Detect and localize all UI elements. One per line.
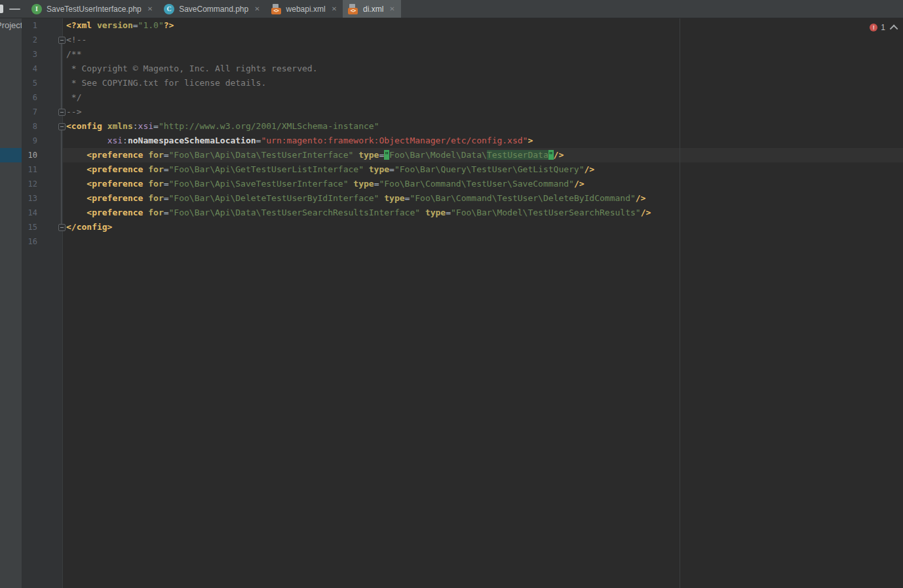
tab-close-icon[interactable]: ✕ bbox=[147, 6, 153, 12]
code-area[interactable]: <?xml version="1.0"?><!--/** * Copyright… bbox=[63, 18, 903, 588]
xml-file-icon: <> bbox=[271, 4, 282, 14]
tab-close-icon[interactable]: ✕ bbox=[389, 6, 394, 12]
line-number: 13 bbox=[22, 191, 62, 206]
editor-tab-bar: ISaveTestUserInterface.php✕CSaveCommand.… bbox=[0, 0, 903, 18]
line-number: 11 bbox=[22, 162, 62, 177]
tab-label: webapi.xml bbox=[286, 5, 326, 14]
fold-connector bbox=[61, 40, 62, 112]
editor-gutter: 12345678910111213141516 bbox=[22, 18, 63, 588]
tab-webapi.xml[interactable]: <>webapi.xml✕ bbox=[266, 0, 343, 18]
line-number: 3 bbox=[22, 47, 62, 62]
tab-close-icon[interactable]: ✕ bbox=[332, 6, 337, 12]
project-selected-row[interactable] bbox=[0, 148, 22, 162]
line-number: 7 bbox=[22, 105, 62, 119]
code-line[interactable]: <!-- bbox=[66, 33, 903, 47]
project-panel-title: Project bbox=[0, 20, 22, 30]
class-file-icon: C bbox=[164, 4, 174, 14]
fold-end-marker[interactable] bbox=[58, 109, 66, 116]
line-number: 6 bbox=[22, 90, 62, 105]
line-number: 15 bbox=[22, 220, 62, 234]
code-line[interactable]: xsi:noNamespaceSchemaLocation="urn:magen… bbox=[66, 134, 903, 148]
code-line[interactable]: <preference for="Foo\Bar\Api\SaveTestUse… bbox=[66, 177, 903, 191]
code-line[interactable]: */ bbox=[66, 90, 903, 105]
code-line[interactable]: <preference for="Foo\Bar\Api\Data\TestUs… bbox=[66, 148, 903, 162]
editor-pane[interactable]: 12345678910111213141516 <?xml version="1… bbox=[22, 18, 903, 588]
interface-file-icon: I bbox=[31, 4, 42, 14]
line-number: 12 bbox=[22, 177, 62, 191]
xml-file-icon: <> bbox=[348, 4, 358, 14]
code-line[interactable]: <preference for="Foo\Bar\Api\GetTestUser… bbox=[66, 162, 903, 177]
line-number: 5 bbox=[22, 76, 62, 90]
fold-start-marker[interactable] bbox=[58, 123, 66, 130]
tab-label: SaveTestUserInterface.php bbox=[47, 5, 142, 14]
line-number: 4 bbox=[22, 62, 62, 76]
code-line[interactable]: <config xmlns:xsi="http://www.w3.org/200… bbox=[66, 119, 903, 134]
inspections-widget[interactable]: ! 1 bbox=[870, 22, 898, 33]
hide-window-icon[interactable] bbox=[9, 9, 20, 10]
tab-SaveTestUserInterface.php[interactable]: ISaveTestUserInterface.php✕ bbox=[26, 0, 159, 18]
line-number: 14 bbox=[22, 206, 62, 220]
code-line[interactable] bbox=[66, 234, 903, 249]
fold-start-marker[interactable] bbox=[58, 37, 66, 44]
tab-close-icon[interactable]: ✕ bbox=[254, 6, 259, 12]
code-line[interactable]: * See COPYING.txt for license details. bbox=[66, 76, 903, 90]
code-line[interactable]: <preference for="Foo\Bar\Api\Data\TestUs… bbox=[66, 206, 903, 220]
ide-window: ISaveTestUserInterface.php✕CSaveCommand.… bbox=[0, 0, 903, 588]
tab-di.xml[interactable]: <>di.xml✕ bbox=[343, 0, 401, 18]
code-line[interactable]: </config> bbox=[66, 220, 903, 234]
fold-connector bbox=[61, 126, 62, 227]
tab-SaveCommand.php[interactable]: CSaveCommand.php✕ bbox=[159, 0, 265, 18]
chevron-up-icon[interactable] bbox=[890, 24, 898, 33]
clipped-toolwindow-icon bbox=[0, 5, 3, 13]
line-number: 8 bbox=[22, 119, 62, 134]
error-indicator-icon: ! bbox=[870, 24, 877, 31]
line-number: 1 bbox=[22, 18, 62, 33]
code-line[interactable]: <?xml version="1.0"?> bbox=[66, 18, 903, 33]
tabs-container: ISaveTestUserInterface.php✕CSaveCommand.… bbox=[26, 0, 401, 18]
project-panel-sliver[interactable]: Project bbox=[0, 18, 22, 588]
line-number: 9 bbox=[22, 134, 62, 148]
line-number: 10 bbox=[22, 148, 62, 162]
tab-label: SaveCommand.php bbox=[179, 5, 248, 14]
code-line[interactable]: --> bbox=[66, 105, 903, 119]
tab-label: di.xml bbox=[363, 5, 383, 14]
code-line[interactable]: * Copyright © Magento, Inc. All rights r… bbox=[66, 62, 903, 76]
error-count: 1 bbox=[881, 23, 885, 32]
code-line[interactable]: <preference for="Foo\Bar\Api\DeleteTestU… bbox=[66, 191, 903, 206]
line-number: 16 bbox=[22, 234, 62, 249]
fold-end-marker[interactable] bbox=[58, 224, 66, 231]
code-line[interactable]: /** bbox=[66, 47, 903, 62]
line-number: 2 bbox=[22, 33, 62, 47]
